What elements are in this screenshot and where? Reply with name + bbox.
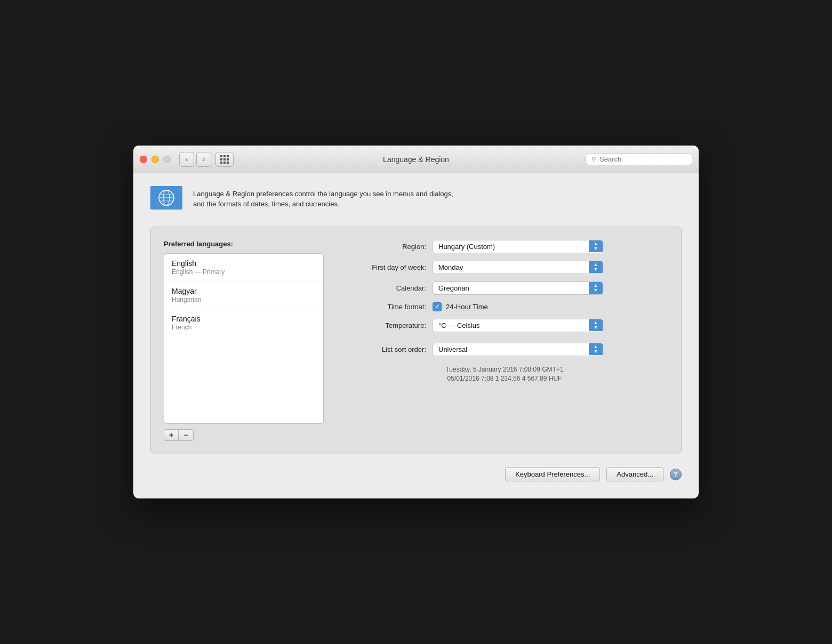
lang-sub-english: English — Primary <box>172 268 316 276</box>
search-input[interactable] <box>599 155 686 163</box>
temperature-arrows[interactable]: ▲ ▼ <box>589 319 603 331</box>
calendar-select[interactable]: Gregorian ▲ ▼ <box>433 281 603 295</box>
list-sort-value: Universal <box>433 343 589 356</box>
window-title: Language & Region <box>383 155 449 164</box>
list-sort-row: List sort order: Universal ▲ ▼ <box>341 343 668 356</box>
minimize-button[interactable] <box>151 156 159 163</box>
lang-item-english[interactable]: English English — Primary <box>164 254 323 281</box>
lang-sub-francais: French <box>172 324 316 331</box>
help-button[interactable]: ? <box>670 469 682 480</box>
region-arrow-down: ▼ <box>594 246 598 251</box>
close-button[interactable] <box>140 156 147 163</box>
first-day-arrows[interactable]: ▲ ▼ <box>589 261 603 273</box>
grid-icon <box>220 155 229 164</box>
time-format-text: 24-Hour Time <box>446 303 488 311</box>
maximize-button[interactable] <box>163 156 171 163</box>
time-format-row: Time format: ✓ 24-Hour Time <box>341 302 668 311</box>
header-line1: Language & Region preferences control th… <box>193 189 453 199</box>
first-day-row: First day of week: Monday ▲ ▼ <box>341 261 668 274</box>
region-arrows[interactable]: ▲ ▼ <box>589 240 603 252</box>
temperature-row: Temperature: °C — Celsius ▲ ▼ <box>341 319 668 332</box>
checkmark-icon: ✓ <box>435 303 439 310</box>
date-preview-line1: Tuesday, 5 January 2016 7:08:09 GMT+1 <box>341 366 668 373</box>
panel-layout: Preferred languages: English English — P… <box>164 240 668 441</box>
lang-name-english: English <box>172 259 316 268</box>
search-icon: ⚲ <box>591 156 596 163</box>
lang-item-magyar[interactable]: Magyar Hungarian <box>164 281 323 309</box>
date-preview: Tuesday, 5 January 2016 7:08:09 GMT+1 05… <box>341 366 668 382</box>
lang-name-francais: Français <box>172 315 316 323</box>
list-sort-arrow-down: ▼ <box>594 349 598 354</box>
calendar-arrows[interactable]: ▲ ▼ <box>589 282 603 294</box>
date-preview-line2: 05/01/2016 7:08 1 234.56 4 567,89 HUF <box>341 375 668 382</box>
calendar-row: Calendar: Gregorian ▲ ▼ <box>341 281 668 295</box>
temperature-label: Temperature: <box>341 321 426 329</box>
region-label: Region: <box>341 243 426 251</box>
content-area: Language & Region preferences control th… <box>133 173 699 498</box>
keyboard-prefs-button[interactable]: Keyboard Preferences... <box>505 467 600 481</box>
main-window: ‹ › Language & Region ⚲ <box>133 146 699 498</box>
calendar-arrow-down: ▼ <box>594 288 598 293</box>
back-button[interactable]: ‹ <box>179 152 194 167</box>
lang-sub-magyar: Hungarian <box>172 296 316 303</box>
titlebar: ‹ › Language & Region ⚲ <box>133 146 699 173</box>
temperature-arrow-down: ▼ <box>594 325 598 330</box>
list-buttons: + − <box>164 429 324 441</box>
remove-language-button[interactable]: − <box>179 429 194 441</box>
header-section: Language & Region preferences control th… <box>150 186 682 212</box>
calendar-label: Calendar: <box>341 284 426 292</box>
traffic-lights <box>140 156 171 163</box>
advanced-button[interactable]: Advanced... <box>606 467 663 481</box>
lang-name-magyar: Magyar <box>172 287 316 295</box>
first-day-arrow-down: ▼ <box>594 267 598 272</box>
add-language-button[interactable]: + <box>164 429 179 441</box>
header-line2: and the formats of dates, times, and cur… <box>193 199 453 210</box>
bottom-buttons: Keyboard Preferences... Advanced... ? <box>150 467 682 481</box>
list-sort-select[interactable]: Universal ▲ ▼ <box>433 343 603 356</box>
lang-item-francais[interactable]: Français French <box>164 309 323 336</box>
search-bar[interactable]: ⚲ <box>586 153 692 165</box>
header-description: Language & Region preferences control th… <box>193 189 453 210</box>
time-format-checkbox[interactable]: ✓ <box>433 302 442 311</box>
time-format-wrapper: ✓ 24-Hour Time <box>433 302 488 311</box>
temperature-select[interactable]: °C — Celsius ▲ ▼ <box>433 319 603 332</box>
language-section: Preferred languages: English English — P… <box>164 240 324 441</box>
list-sort-label: List sort order: <box>341 345 426 353</box>
first-day-select[interactable]: Monday ▲ ▼ <box>433 261 603 274</box>
temperature-value: °C — Celsius <box>433 319 589 332</box>
flag-icon <box>150 186 182 212</box>
region-select[interactable]: Hungary (Custom) ▲ ▼ <box>433 240 603 253</box>
time-format-label: Time format: <box>341 303 426 311</box>
forward-button[interactable]: › <box>196 152 211 167</box>
calendar-value: Gregorian <box>433 282 589 294</box>
language-list: English English — Primary Magyar Hungari… <box>164 253 324 424</box>
region-row: Region: Hungary (Custom) ▲ ▼ <box>341 240 668 253</box>
languages-label: Preferred languages: <box>164 240 324 248</box>
first-day-value: Monday <box>433 261 589 273</box>
list-sort-arrows[interactable]: ▲ ▼ <box>589 343 603 355</box>
region-value: Hungary (Custom) <box>433 240 589 253</box>
grid-button[interactable] <box>215 152 234 167</box>
nav-buttons: ‹ › <box>179 152 211 167</box>
main-panel: Preferred languages: English English — P… <box>150 227 682 454</box>
first-day-label: First day of week: <box>341 263 426 271</box>
settings-section: Region: Hungary (Custom) ▲ ▼ First day o… <box>341 240 668 441</box>
